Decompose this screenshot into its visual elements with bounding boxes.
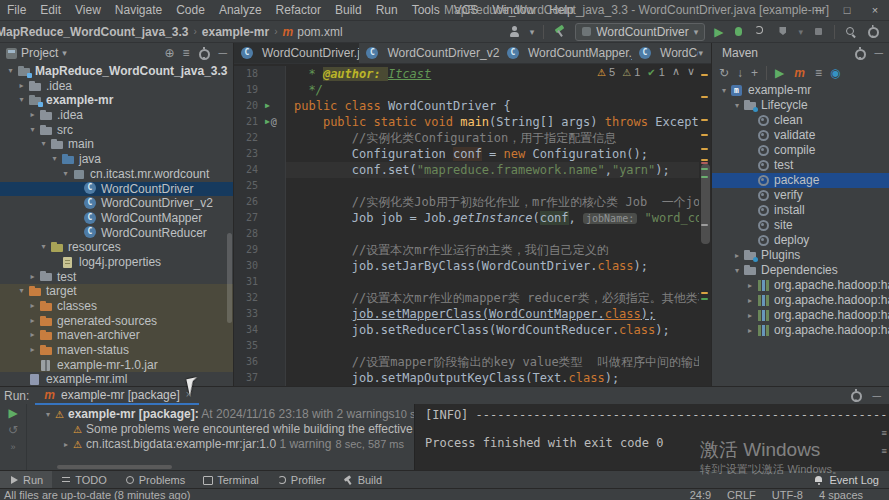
- code-line[interactable]: 36 //设置mapper阶段输出的key value类型 叫做程序中间的输出: [234, 354, 699, 370]
- menu-run[interactable]: Run: [369, 0, 405, 20]
- chevron-down-icon[interactable]: ▾: [530, 26, 535, 38]
- toolwindow-todo[interactable]: TODO: [52, 471, 116, 489]
- code-line[interactable]: 30 job.setJarByClass(WordCountDriver.cla…: [234, 258, 699, 274]
- code-line[interactable]: 37 job.setMapOutputKeyClass(Text.class);: [234, 370, 699, 386]
- sliders-icon[interactable]: ≡: [815, 67, 822, 79]
- execute-icon[interactable]: ◉: [830, 67, 840, 79]
- maven-tree-item[interactable]: clean: [712, 113, 889, 128]
- chevron-down-icon[interactable]: ▾: [62, 47, 67, 59]
- status-segment[interactable]: UTF-8: [772, 489, 803, 500]
- event-log[interactable]: Event Log: [812, 474, 879, 487]
- menu-build[interactable]: Build: [328, 0, 369, 20]
- maven-tree-item[interactable]: ▾example-mr: [712, 83, 889, 98]
- project-tree-item[interactable]: ▾java: [0, 152, 233, 167]
- code-line[interactable]: 34 job.setReducerClass(WordCountReducer.…: [234, 322, 699, 338]
- run-console[interactable]: ≡ ≡ [INFO] -----------------------------…: [414, 404, 889, 471]
- horizontal-scrollbar[interactable]: [57, 465, 172, 469]
- user-icon[interactable]: [508, 25, 521, 38]
- prev-issue-icon[interactable]: ∧: [672, 65, 680, 78]
- code-line[interactable]: 22 //实例化类Configuration，用于指定配置信息: [234, 130, 699, 146]
- project-tree-item[interactable]: ▾example-mr: [0, 93, 233, 108]
- chevron-down-icon[interactable]: ▾: [698, 48, 703, 58]
- code-line[interactable]: 24 conf.set("mapreduce.framework.name","…: [234, 162, 699, 178]
- inspections-widget[interactable]: ⚠ 5 ⚠ 1 ✔ 1 ∧ ∨: [597, 65, 695, 78]
- maven-tree-item[interactable]: compile: [712, 143, 889, 158]
- stop-rerun-icon[interactable]: ↺: [8, 424, 18, 436]
- menu-navigate[interactable]: Navigate: [108, 0, 169, 20]
- maven-tree-item[interactable]: validate: [712, 128, 889, 143]
- add-icon[interactable]: +: [751, 67, 758, 79]
- maven-tree-item[interactable]: ▾Dependencies: [712, 263, 889, 278]
- settings-gear-icon[interactable]: [866, 25, 879, 38]
- project-tree-item[interactable]: WordCountMapper: [0, 211, 233, 226]
- project-tree-item[interactable]: ▾target: [0, 284, 233, 299]
- settings-gear-icon[interactable]: [849, 389, 862, 402]
- settings-gear-icon[interactable]: [197, 47, 210, 60]
- rerun-icon[interactable]: ▶: [8, 407, 17, 419]
- project-tree-item[interactable]: ▸.idea: [0, 79, 233, 94]
- close-icon[interactable]: ×: [861, 0, 889, 20]
- menu-tools[interactable]: Tools: [405, 0, 447, 20]
- project-tree-item[interactable]: WordCountDriver: [0, 182, 233, 197]
- code-line[interactable]: 25: [234, 178, 699, 194]
- build-hammer-icon[interactable]: [553, 25, 566, 38]
- next-issue-icon[interactable]: ∨: [687, 65, 695, 78]
- maven-tree-item[interactable]: ▾Lifecycle: [712, 98, 889, 113]
- menu-file[interactable]: File: [0, 0, 33, 20]
- profiler-button[interactable]: [754, 25, 767, 38]
- search-icon[interactable]: [844, 25, 857, 38]
- locate-icon[interactable]: ⊕: [164, 47, 174, 59]
- editor-tab[interactable]: WordCountDriver.java×: [234, 43, 359, 63]
- project-tree-item[interactable]: WordCountReducer: [0, 226, 233, 241]
- maven-icon[interactable]: m: [794, 66, 805, 80]
- download-sources-icon[interactable]: ↓: [737, 67, 743, 79]
- maven-tree-item[interactable]: site: [712, 218, 889, 233]
- maven-tree-item[interactable]: ▸org.apache.hadoop:hadoop: [712, 323, 889, 338]
- toolwindow-run[interactable]: Run: [0, 471, 52, 489]
- menu-analyze[interactable]: Analyze: [212, 0, 269, 20]
- run-line-icon[interactable]: ▶: [265, 98, 270, 114]
- refresh-icon[interactable]: ↻: [719, 67, 729, 79]
- maven-tree-item[interactable]: ▸org.apache.hadoop:hadoop: [712, 278, 889, 293]
- status-segment[interactable]: 24:9: [690, 489, 711, 500]
- collapse-all-icon[interactable]: ≡: [182, 47, 189, 59]
- error-stripe[interactable]: [699, 64, 711, 386]
- run-configuration-select[interactable]: WordCountDriver ▾: [575, 23, 705, 41]
- breadcrumb-item[interactable]: example-mr: [200, 25, 271, 39]
- code-editor[interactable]: 18 * @author: Itcast19 */20▶public class…: [234, 64, 711, 386]
- project-tree-item[interactable]: ▸maven-status: [0, 343, 233, 358]
- chevron-down-icon[interactable]: ▾: [798, 26, 803, 38]
- run-tab[interactable]: m example-mr [package] ×: [35, 386, 198, 405]
- minimize-icon[interactable]: ─: [805, 0, 833, 20]
- project-tree-item[interactable]: ▸maven-archiver: [0, 328, 233, 343]
- project-tree-item[interactable]: log4j.properties: [0, 255, 233, 270]
- code-line[interactable]: 20▶public class WordCountDriver {: [234, 98, 699, 114]
- project-tree-item[interactable]: WordCountDriver_v2: [0, 196, 233, 211]
- code-line[interactable]: 33 job.setMapperClass(WordCountMapper.cl…: [234, 306, 699, 322]
- code-line[interactable]: 23 Configuration conf = new Configuratio…: [234, 146, 699, 162]
- coverage-button[interactable]: [776, 25, 789, 38]
- hide-panel-icon[interactable]: ─: [872, 390, 881, 402]
- code-line[interactable]: 31: [234, 274, 699, 290]
- status-segment[interactable]: CRLF: [727, 489, 756, 500]
- editor-tab[interactable]: WordCou: [632, 43, 698, 63]
- code-line[interactable]: 21▶@ public static void main(String[] ar…: [234, 114, 699, 130]
- code-line[interactable]: 32 //设置本次mr作业的mapper类 reducer类，必须指定。其他类不…: [234, 290, 699, 306]
- code-line[interactable]: 19 */: [234, 82, 699, 98]
- more-icon[interactable]: »: [10, 441, 15, 453]
- menu-edit[interactable]: Edit: [33, 0, 68, 20]
- breadcrumb-item[interactable]: pom.xml: [295, 25, 344, 39]
- hide-panel-icon[interactable]: ─: [874, 47, 883, 59]
- code-line[interactable]: 35: [234, 338, 699, 354]
- maven-tree-item[interactable]: verify: [712, 188, 889, 203]
- menu-code[interactable]: Code: [169, 0, 212, 20]
- project-tree-item[interactable]: ▾resources: [0, 240, 233, 255]
- menu-refactor[interactable]: Refactor: [269, 0, 328, 20]
- run-maven-goal-icon[interactable]: ▶: [775, 67, 784, 79]
- maven-tree-item[interactable]: ▸org.apache.hadoop:hadoop: [712, 308, 889, 323]
- run-button[interactable]: ▶: [714, 26, 723, 38]
- breadcrumb-item[interactable]: MapReduce_WordCount_java_3.3: [0, 25, 191, 39]
- maven-tree-item[interactable]: ▸org.apache.hadoop:hadoop: [712, 293, 889, 308]
- project-tree-item[interactable]: ▾main: [0, 137, 233, 152]
- maven-tree-item[interactable]: package: [712, 173, 889, 188]
